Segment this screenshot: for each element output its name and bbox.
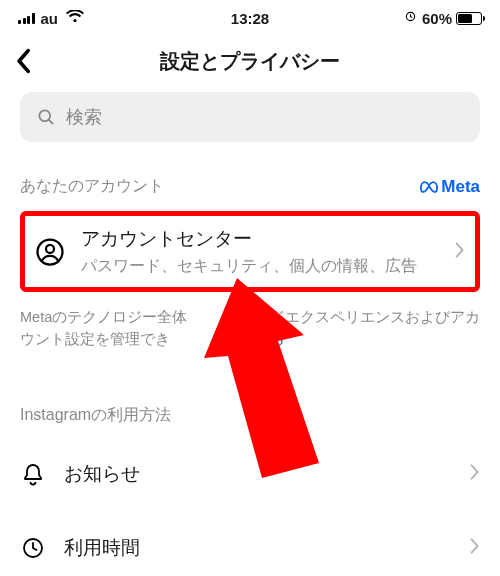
battery-pct: 60% [422, 10, 452, 27]
battery-icon [456, 12, 482, 25]
bell-icon [20, 461, 46, 487]
chevron-left-icon [14, 48, 32, 74]
notifications-row[interactable]: お知らせ [20, 448, 480, 500]
clock-icon [20, 536, 46, 560]
meta-logo: Meta [420, 177, 480, 197]
page-title: 設定とプライバシー [160, 48, 340, 75]
meta-logo-text: Meta [441, 177, 480, 197]
chevron-right-icon [470, 463, 480, 485]
usage-time-label: 利用時間 [64, 535, 452, 561]
chevron-right-icon [470, 537, 480, 559]
back-button[interactable] [14, 48, 32, 74]
meta-desc-prefix: Metaのテクノロジー全体 [20, 309, 187, 325]
lock-icon [405, 11, 416, 25]
instagram-section-heading: Instagramの利用方法 [20, 405, 480, 426]
wifi-icon [66, 10, 84, 27]
meta-description: Metaのテクノロジー全体 テッドエクスペリエンスおよびアカウント設定を管理でき… [20, 306, 480, 351]
search-placeholder: 検索 [66, 105, 102, 129]
signal-icon [18, 13, 35, 24]
account-center-subtitle: パスワード、セキュリティ、個人の情報、広告 [81, 256, 441, 277]
status-left: au [18, 10, 84, 27]
meta-desc-link[interactable]: くはこちら [210, 331, 285, 347]
status-time: 13:28 [231, 10, 269, 27]
account-center-title: アカウントセンター [81, 226, 441, 252]
meta-infinity-icon [420, 181, 438, 193]
person-circle-icon [33, 235, 67, 269]
chevron-right-icon [455, 241, 465, 263]
carrier-text: au [41, 10, 59, 27]
status-bar: au 13:28 60% [0, 0, 500, 36]
search-icon [36, 107, 56, 127]
your-account-heading-text: あなたのアカウント [20, 176, 164, 197]
usage-time-row[interactable]: 利用時間 [20, 522, 480, 574]
account-center-row[interactable]: アカウントセンター パスワード、セキュリティ、個人の情報、広告 [20, 211, 480, 292]
status-right: 60% [405, 10, 482, 27]
search-input[interactable]: 検索 [20, 92, 480, 142]
notifications-label: お知らせ [64, 461, 452, 487]
page-header: 設定とプライバシー [0, 36, 500, 86]
your-account-section-heading: あなたのアカウント Meta [20, 176, 480, 197]
svg-point-3 [46, 244, 54, 252]
